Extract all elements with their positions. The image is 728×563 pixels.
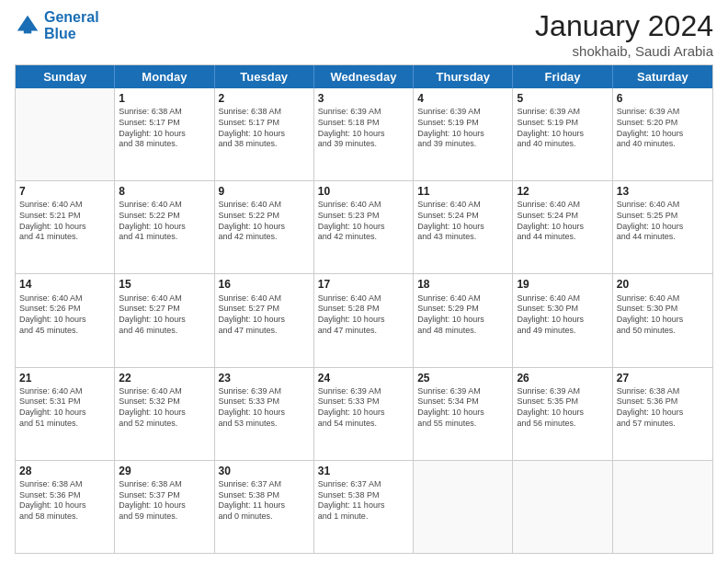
header-day-monday: Monday: [115, 65, 214, 88]
cell-info: Sunrise: 6:38 AM Sunset: 5:17 PM Dayligh…: [119, 107, 210, 150]
cal-cell: 11Sunrise: 6:40 AM Sunset: 5:24 PM Dayli…: [414, 181, 513, 273]
cell-info: Sunrise: 6:40 AM Sunset: 5:30 PM Dayligh…: [517, 293, 608, 337]
cal-cell: 7Sunrise: 6:40 AM Sunset: 5:21 PM Daylig…: [16, 181, 115, 273]
day-number: 4: [417, 91, 508, 106]
cell-info: Sunrise: 6:38 AM Sunset: 5:36 PM Dayligh…: [19, 479, 110, 523]
cal-cell: 20Sunrise: 6:40 AM Sunset: 5:30 PM Dayli…: [613, 274, 712, 366]
cal-cell: 19Sunrise: 6:40 AM Sunset: 5:30 PM Dayli…: [513, 274, 612, 366]
day-number: 12: [517, 184, 608, 199]
day-number: 15: [119, 277, 210, 292]
header-day-saturday: Saturday: [613, 65, 712, 88]
header-day-wednesday: Wednesday: [314, 65, 414, 88]
cal-cell: 14Sunrise: 6:40 AM Sunset: 5:26 PM Dayli…: [16, 274, 115, 366]
cell-info: Sunrise: 6:40 AM Sunset: 5:24 PM Dayligh…: [517, 200, 608, 243]
day-number: 13: [617, 184, 709, 199]
day-number: 20: [617, 277, 709, 292]
logo: General Blue: [15, 9, 99, 41]
day-number: 17: [318, 277, 409, 292]
cell-info: Sunrise: 6:40 AM Sunset: 5:24 PM Dayligh…: [417, 200, 508, 243]
svg-marker-0: [17, 15, 38, 30]
cell-info: Sunrise: 6:40 AM Sunset: 5:21 PM Dayligh…: [19, 200, 110, 243]
cal-cell: 24Sunrise: 6:39 AM Sunset: 5:33 PM Dayli…: [314, 368, 414, 460]
cal-cell: 1Sunrise: 6:38 AM Sunset: 5:17 PM Daylig…: [115, 88, 214, 180]
week-row-1: 7Sunrise: 6:40 AM Sunset: 5:21 PM Daylig…: [16, 181, 712, 274]
cal-cell: 27Sunrise: 6:38 AM Sunset: 5:36 PM Dayli…: [613, 368, 712, 460]
cell-info: Sunrise: 6:39 AM Sunset: 5:19 PM Dayligh…: [517, 107, 608, 150]
week-row-4: 28Sunrise: 6:38 AM Sunset: 5:36 PM Dayli…: [16, 461, 712, 553]
day-number: 19: [517, 277, 608, 292]
cell-info: Sunrise: 6:40 AM Sunset: 5:32 PM Dayligh…: [119, 386, 210, 430]
day-number: 27: [617, 371, 709, 385]
logo-icon: [15, 13, 40, 39]
cell-info: Sunrise: 6:37 AM Sunset: 5:38 PM Dayligh…: [219, 479, 310, 523]
header-day-friday: Friday: [513, 65, 612, 88]
logo-text: General Blue: [44, 9, 99, 41]
cal-cell: 13Sunrise: 6:40 AM Sunset: 5:25 PM Dayli…: [613, 181, 712, 273]
cal-cell: 29Sunrise: 6:38 AM Sunset: 5:37 PM Dayli…: [115, 461, 214, 553]
cal-cell: 31Sunrise: 6:37 AM Sunset: 5:38 PM Dayli…: [314, 461, 414, 553]
cal-cell: [16, 88, 115, 180]
day-number: 24: [318, 371, 409, 385]
header: General Blue January 2024 shokhaib, Saud…: [15, 9, 713, 59]
cal-cell: 17Sunrise: 6:40 AM Sunset: 5:28 PM Dayli…: [314, 274, 414, 366]
cal-cell: [613, 461, 712, 553]
day-number: 29: [119, 464, 210, 478]
day-number: 14: [19, 277, 110, 292]
day-number: 22: [119, 371, 210, 385]
cal-cell: 18Sunrise: 6:40 AM Sunset: 5:29 PM Dayli…: [414, 274, 513, 366]
cal-cell: 12Sunrise: 6:40 AM Sunset: 5:24 PM Dayli…: [513, 181, 612, 273]
cell-info: Sunrise: 6:40 AM Sunset: 5:27 PM Dayligh…: [219, 293, 310, 337]
cell-info: Sunrise: 6:40 AM Sunset: 5:23 PM Dayligh…: [318, 200, 409, 243]
cal-cell: 16Sunrise: 6:40 AM Sunset: 5:27 PM Dayli…: [215, 274, 314, 366]
day-number: 21: [19, 371, 110, 385]
cal-cell: 28Sunrise: 6:38 AM Sunset: 5:36 PM Dayli…: [16, 461, 115, 553]
title-block: January 2024 shokhaib, Saudi Arabia: [535, 9, 713, 59]
cell-info: Sunrise: 6:39 AM Sunset: 5:33 PM Dayligh…: [219, 386, 310, 430]
cal-cell: 30Sunrise: 6:37 AM Sunset: 5:38 PM Dayli…: [215, 461, 314, 553]
cell-info: Sunrise: 6:39 AM Sunset: 5:35 PM Dayligh…: [517, 386, 608, 430]
day-number: 11: [417, 184, 508, 199]
cal-cell: 23Sunrise: 6:39 AM Sunset: 5:33 PM Dayli…: [215, 368, 314, 460]
cal-cell: 26Sunrise: 6:39 AM Sunset: 5:35 PM Dayli…: [513, 368, 612, 460]
cell-info: Sunrise: 6:37 AM Sunset: 5:38 PM Dayligh…: [318, 479, 409, 523]
cell-info: Sunrise: 6:38 AM Sunset: 5:37 PM Dayligh…: [119, 479, 210, 523]
cell-info: Sunrise: 6:40 AM Sunset: 5:28 PM Dayligh…: [318, 293, 409, 337]
cell-info: Sunrise: 6:40 AM Sunset: 5:29 PM Dayligh…: [417, 293, 508, 337]
day-number: 8: [119, 184, 210, 199]
calendar-body: 1Sunrise: 6:38 AM Sunset: 5:17 PM Daylig…: [16, 88, 712, 553]
cell-info: Sunrise: 6:40 AM Sunset: 5:22 PM Dayligh…: [119, 200, 210, 243]
cal-cell: 3Sunrise: 6:39 AM Sunset: 5:18 PM Daylig…: [314, 88, 414, 180]
subtitle: shokhaib, Saudi Arabia: [535, 43, 713, 59]
day-number: 23: [219, 371, 310, 385]
cal-cell: 5Sunrise: 6:39 AM Sunset: 5:19 PM Daylig…: [513, 88, 612, 180]
day-number: 31: [318, 464, 409, 478]
day-number: 9: [219, 184, 310, 199]
day-number: 1: [119, 91, 210, 106]
week-row-0: 1Sunrise: 6:38 AM Sunset: 5:17 PM Daylig…: [16, 88, 712, 181]
cell-info: Sunrise: 6:40 AM Sunset: 5:27 PM Dayligh…: [119, 293, 210, 337]
cell-info: Sunrise: 6:39 AM Sunset: 5:33 PM Dayligh…: [318, 386, 409, 430]
cell-info: Sunrise: 6:40 AM Sunset: 5:26 PM Dayligh…: [19, 293, 110, 337]
cell-info: Sunrise: 6:40 AM Sunset: 5:25 PM Dayligh…: [617, 200, 709, 243]
cal-cell: 21Sunrise: 6:40 AM Sunset: 5:31 PM Dayli…: [16, 368, 115, 460]
day-number: 26: [517, 371, 608, 385]
header-day-tuesday: Tuesday: [215, 65, 314, 88]
cell-info: Sunrise: 6:39 AM Sunset: 5:20 PM Dayligh…: [617, 107, 709, 150]
calendar: SundayMondayTuesdayWednesdayThursdayFrid…: [15, 64, 713, 554]
cell-info: Sunrise: 6:39 AM Sunset: 5:19 PM Dayligh…: [417, 107, 508, 150]
week-row-2: 14Sunrise: 6:40 AM Sunset: 5:26 PM Dayli…: [16, 274, 712, 367]
cal-cell: 22Sunrise: 6:40 AM Sunset: 5:32 PM Dayli…: [115, 368, 214, 460]
cal-cell: 8Sunrise: 6:40 AM Sunset: 5:22 PM Daylig…: [115, 181, 214, 273]
day-number: 28: [19, 464, 110, 478]
day-number: 3: [318, 91, 409, 106]
cell-info: Sunrise: 6:39 AM Sunset: 5:34 PM Dayligh…: [417, 386, 508, 430]
calendar-header: SundayMondayTuesdayWednesdayThursdayFrid…: [16, 65, 712, 88]
week-row-3: 21Sunrise: 6:40 AM Sunset: 5:31 PM Dayli…: [16, 368, 712, 461]
day-number: 30: [219, 464, 310, 478]
svg-rect-1: [24, 29, 31, 33]
cal-cell: [414, 461, 513, 553]
cal-cell: 15Sunrise: 6:40 AM Sunset: 5:27 PM Dayli…: [115, 274, 214, 366]
day-number: 25: [417, 371, 508, 385]
cal-cell: 9Sunrise: 6:40 AM Sunset: 5:22 PM Daylig…: [215, 181, 314, 273]
day-number: 10: [318, 184, 409, 199]
